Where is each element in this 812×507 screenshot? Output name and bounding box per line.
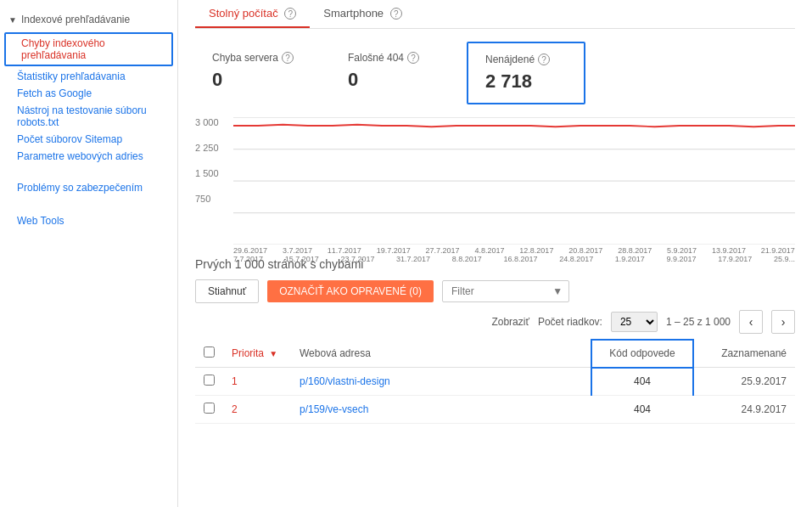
sort-arrow-icon: ▼ [269,349,277,358]
table-row: 1 p/160/vlastni-design 404 25.9.2017 [195,368,795,396]
table-row: 2 p/159/ve-vsech 404 24.9.2017 [195,396,795,424]
section-arrow-icon: ▼ [8,15,17,25]
row2-checkbox-cell [195,396,223,424]
sidebar-item-crawl-errors[interactable]: Chyby indexového prehľadávania [4,32,173,66]
chart-x-labels-row2: 7.7.2017 15.7.2017 23.7.2017 31.7.2017 8… [233,255,795,263]
sidebar-item-label-url-params: Parametre webových adries [17,150,143,162]
stat-not-found-value: 2 718 [485,70,567,93]
sidebar-item-label-security: Problémy so zabezpečením [17,182,143,194]
stat-fake-404-value: 0 [348,69,433,91]
filter-container: ▼ [442,280,569,302]
header-response-code: Kód odpovede [591,340,693,368]
mark-as-fixed-button[interactable]: OZNAČIŤ AKO OPRAVENÉ (0) [267,280,434,302]
sidebar-item-label-crawl-errors: Chyby indexového prehľadávania [21,37,105,61]
row2-code: 404 [591,396,693,424]
sidebar-item-sitemap-count[interactable]: Počet súborov Sitemap [0,131,177,148]
not-found-help-icon[interactable]: ? [538,54,550,65]
url-header-label: Webová adresa [300,347,371,359]
date-header-label: Zaznamenané [721,347,787,359]
row2-checkbox[interactable] [204,403,215,414]
tab-desktop-label: Stolný počítač [209,7,278,20]
stat-fake-404: Falošné 404 ? 0 [331,42,450,104]
stat-not-found: Nenájdené ? 2 718 [467,42,585,104]
table-header-row: Priorita ▼ Webová adresa Kód odpovede Za… [195,340,795,368]
chart-x-labels: 29.6.2017 3.7.2017 11.7.2017 19.7.2017 2… [233,246,795,255]
sidebar-item-robots-tool[interactable]: Nástroj na testovanie súboru robots.txt [0,102,177,131]
server-error-help-icon[interactable]: ? [282,52,294,64]
filter-input[interactable] [442,280,569,302]
y-label-1500: 1 500 [195,168,229,178]
prev-page-button[interactable]: ‹ [739,310,763,334]
chart-y-labels: 3 000 2 250 1 500 750 [195,117,229,219]
select-all-checkbox[interactable] [204,346,215,358]
fake-404-help-icon[interactable]: ? [407,52,419,64]
sidebar-item-crawl-stats[interactable]: Štatistiky prehľadávania [0,68,177,85]
tab-smartphone[interactable]: Smartphone ? [310,0,415,28]
row1-date: 25.9.2017 [693,368,795,396]
main-content: Stolný počítač ? Smartphone ? Chyba serv… [178,0,812,507]
stat-fake-404-label: Falošné 404 ? [348,52,433,64]
row2-priority: 2 [223,396,291,424]
row2-url[interactable]: p/159/ve-vsech [291,396,591,424]
y-label-750: 750 [195,194,229,204]
sidebar-section-indexing[interactable]: ▼ Indexové prehľadávanie [0,8,177,31]
stat-not-found-label: Nenájdené ? [485,54,567,65]
priority-header-label: Priorita [232,347,264,359]
desktop-help-icon[interactable]: ? [284,8,296,20]
tab-bar: Stolný počítač ? Smartphone ? [195,0,795,29]
chart-area: 3 000 2 250 1 500 750 29.6.2017 3.7.2017… [195,117,795,245]
row1-url[interactable]: p/160/vlastni-design [291,368,591,396]
chart-container [233,117,795,245]
header-priority[interactable]: Priorita ▼ [223,340,291,368]
row1-code: 404 [591,368,693,396]
row2-date: 24.9.2017 [693,396,795,424]
rows-per-page-select[interactable]: 25 50 100 [611,312,658,332]
toolbar: Stiahnuť OZNAČIŤ AKO OPRAVENÉ (0) ▼ [195,279,795,303]
pagination-text: 1 – 25 z 1 000 [666,316,731,328]
show-label: Zobraziť [491,316,529,328]
sidebar-item-security[interactable]: Problémy so zabezpečením [0,177,177,198]
table-controls: Zobraziť Počet riadkov: 25 50 100 1 – 25… [195,310,795,334]
rows-label: Počet riadkov: [538,316,602,328]
sidebar-item-url-params[interactable]: Parametre webových adries [0,148,177,165]
header-checkbox-col [195,340,223,368]
header-date: Zaznamenané [693,340,795,368]
data-table: Priorita ▼ Webová adresa Kód odpovede Za… [195,339,795,424]
row1-url-link[interactable]: p/160/vlastni-design [300,375,390,387]
sidebar-item-label-crawl-stats: Štatistiky prehľadávania [17,70,126,82]
row1-checkbox-cell [195,368,223,396]
next-page-button[interactable]: › [771,310,795,334]
row1-priority: 1 [223,368,291,396]
sidebar-item-label-sitemap-count: Počet súborov Sitemap [17,133,122,145]
y-label-2250: 2 250 [195,143,229,153]
stats-row: Chyba servera ? 0 Falošné 404 ? 0 Nenájd… [195,42,795,104]
chart-svg [233,117,795,245]
sidebar-item-label-robots-tool: Nástroj na testovanie súboru robots.txt [17,104,147,128]
sidebar-item-fetch-google[interactable]: Fetch as Google [0,85,177,102]
tab-smartphone-label: Smartphone [323,7,384,20]
smartphone-help-icon[interactable]: ? [390,8,402,20]
y-label-3000: 3 000 [195,117,229,127]
sidebar-section-label: Indexové prehľadávanie [21,14,130,25]
stat-server-error-label: Chyba servera ? [212,52,297,64]
sidebar-item-label-webtools: Web Tools [17,215,64,227]
stat-server-error-value: 0 [212,69,297,91]
row1-checkbox[interactable] [204,375,215,386]
header-url: Webová adresa [291,340,591,368]
sidebar-item-label-fetch-google: Fetch as Google [17,87,92,99]
row2-url-link[interactable]: p/159/ve-vsech [300,403,368,415]
stat-server-error: Chyba servera ? 0 [195,42,314,104]
code-header-label: Kód odpovede [609,347,675,359]
tab-desktop[interactable]: Stolný počítač ? [195,0,310,28]
download-button[interactable]: Stiahnuť [195,279,259,303]
sidebar-item-webtools[interactable]: Web Tools [0,211,177,231]
sidebar: ▼ Indexové prehľadávanie Chyby indexovéh… [0,0,178,507]
